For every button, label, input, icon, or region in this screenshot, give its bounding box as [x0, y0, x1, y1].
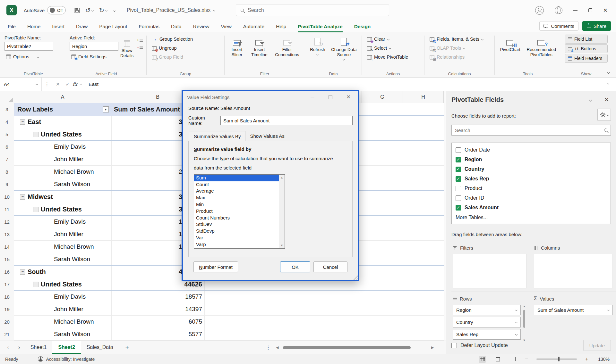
- page-layout-view-button[interactable]: [494, 356, 501, 363]
- tab-summarize-values-by[interactable]: Summarize Values By: [189, 131, 245, 141]
- tab-insert[interactable]: Insert: [52, 24, 64, 32]
- list-item-sum[interactable]: Sum: [194, 175, 279, 181]
- list-item-stddev[interactable]: StdDev: [194, 221, 279, 228]
- tab-review[interactable]: Review: [193, 24, 210, 32]
- tab-formulas[interactable]: Formulas: [139, 24, 159, 32]
- insert-function-icon[interactable]: fx: [73, 81, 77, 87]
- pivotchart-button[interactable]: PivotChart: [498, 35, 522, 71]
- comments-button[interactable]: Comments: [539, 21, 578, 31]
- collapse-field-button[interactable]: −: [137, 45, 143, 49]
- checkbox-icon[interactable]: [456, 186, 461, 191]
- collapse-button[interactable]: −: [20, 119, 25, 125]
- horizontal-scroll-thumb[interactable]: [283, 346, 411, 349]
- search-box[interactable]: [236, 4, 389, 16]
- redo-button[interactable]: ↻: [99, 7, 107, 14]
- select-button[interactable]: ↖ Select: [365, 44, 421, 53]
- formula-content[interactable]: East: [89, 81, 98, 87]
- clear-button[interactable]: ◆ Clear: [365, 35, 421, 44]
- autosave-control[interactable]: AutoSave Off: [24, 6, 66, 14]
- sheet-tabs-menu-icon[interactable]: ⋮: [266, 341, 271, 354]
- search-input[interactable]: [248, 7, 384, 13]
- field-region[interactable]: Region: [456, 155, 607, 164]
- table-row[interactable]: 18Emily Davis18577: [0, 291, 444, 303]
- collapse-button[interactable]: −: [33, 282, 38, 287]
- table-row[interactable]: 19John Miller14397: [0, 303, 444, 316]
- tab-view[interactable]: View: [221, 24, 232, 32]
- table-row[interactable]: 21Sarah Wilson5577: [0, 328, 444, 341]
- collapse-button[interactable]: −: [33, 132, 38, 137]
- insert-timeline-button[interactable]: Insert Timeline: [249, 35, 270, 71]
- tab-design[interactable]: Design: [354, 24, 371, 32]
- checkbox-checked-icon[interactable]: [456, 176, 461, 182]
- document-title[interactable]: Pivot_Table_Practice_US_Sales.xlsx: [127, 7, 215, 13]
- hscroll-left-icon[interactable]: ◀: [276, 341, 278, 354]
- cancel-button[interactable]: Cancel: [313, 261, 347, 272]
- values-area[interactable]: ΣValues Sum of Sales Amount: [530, 292, 616, 345]
- collapse-button[interactable]: −: [20, 194, 25, 200]
- rows-field-country[interactable]: Country: [453, 317, 521, 327]
- collapse-button[interactable]: −: [33, 207, 38, 212]
- confirm-entry-icon[interactable]: ✓: [66, 81, 70, 87]
- accessibility-status[interactable]: Accessibility: Investigate: [38, 356, 95, 362]
- formula-bar-expand-icon[interactable]: [607, 82, 609, 85]
- sheet-tab-sheet1[interactable]: Sheet1: [25, 341, 53, 354]
- row-labels-filter-button[interactable]: ▼: [103, 106, 109, 112]
- plus-minus-buttons-toggle[interactable]: ± +/- Buttons: [565, 44, 608, 53]
- globe-icon[interactable]: [555, 6, 562, 14]
- dialog-resize-grip[interactable]: [353, 275, 358, 280]
- list-item-count-numbers[interactable]: Count Numbers: [194, 215, 279, 221]
- zoom-level[interactable]: 130%: [597, 357, 610, 362]
- hscroll-right-icon[interactable]: ▶: [431, 341, 434, 354]
- columns-dropzone[interactable]: [534, 254, 613, 288]
- options-button[interactable]: Options: [4, 52, 62, 61]
- rows-field-region[interactable]: Region: [453, 305, 521, 315]
- fields-search-input[interactable]: [455, 128, 604, 133]
- page-break-view-button[interactable]: [509, 356, 517, 363]
- dialog-maximize-icon[interactable]: [329, 95, 332, 99]
- columns-area[interactable]: Columns: [530, 241, 616, 292]
- custom-name-input[interactable]: [220, 116, 353, 125]
- list-item-max[interactable]: Max: [194, 194, 279, 201]
- column-header-h[interactable]: H: [403, 91, 444, 103]
- field-order-date[interactable]: Order Date: [456, 145, 607, 155]
- formula-chevron-icon[interactable]: [80, 83, 82, 85]
- defer-layout-checkbox[interactable]: [451, 343, 457, 348]
- checkbox-checked-icon[interactable]: [456, 167, 461, 172]
- sheet-tab-sales-data[interactable]: Sales_Data: [81, 341, 119, 354]
- field-product[interactable]: Product: [456, 184, 607, 193]
- calculation-listbox[interactable]: Sum Count Average Max Min Product Count …: [194, 174, 285, 249]
- pane-chevron-icon[interactable]: [589, 98, 592, 102]
- checkbox-icon[interactable]: [456, 147, 461, 153]
- undo-chevron-icon[interactable]: [91, 9, 94, 11]
- table-row[interactable]: 20Michael Brown6075: [0, 316, 444, 328]
- rows-scroll-thumb[interactable]: [523, 310, 525, 328]
- account-avatar[interactable]: [535, 6, 544, 15]
- insert-slicer-button[interactable]: Insert Slicer: [228, 35, 246, 71]
- list-item-product[interactable]: Product: [194, 208, 279, 215]
- pivottable-name-input[interactable]: [4, 42, 53, 51]
- list-item-varp[interactable]: Varp: [194, 241, 279, 248]
- name-box[interactable]: A4: [0, 78, 42, 91]
- move-pivottable-button[interactable]: → Move PivotTable: [365, 53, 421, 62]
- tab-page-layout[interactable]: Page Layout: [99, 24, 127, 32]
- field-sales-rep[interactable]: Sales Rep: [456, 174, 607, 184]
- recommended-pivottables-button[interactable]: ? Recommended PivotTables: [526, 35, 557, 71]
- filters-dropzone[interactable]: [453, 254, 526, 288]
- tab-draw[interactable]: Draw: [76, 24, 88, 32]
- tab-automate[interactable]: Automate: [243, 24, 264, 32]
- close-button[interactable]: ✕: [603, 8, 608, 13]
- zoom-slider[interactable]: [536, 359, 577, 360]
- save-icon[interactable]: [74, 8, 80, 13]
- list-item-var[interactable]: Var: [194, 235, 279, 241]
- fields-search-box[interactable]: [451, 125, 611, 136]
- listbox-scroll-up-icon[interactable]: ▲: [279, 176, 285, 179]
- checkbox-checked-icon[interactable]: [456, 157, 461, 162]
- expand-field-button[interactable]: +: [137, 38, 143, 42]
- list-item-average[interactable]: Average: [194, 188, 279, 194]
- rows-scrollbar[interactable]: ▲ ▼: [522, 305, 526, 342]
- update-button[interactable]: Update: [583, 340, 611, 351]
- cancel-entry-icon[interactable]: ✕: [56, 81, 60, 87]
- share-button[interactable]: Share: [582, 21, 611, 31]
- group-selection-button[interactable]: → Group Selection: [150, 35, 221, 44]
- field-sales-amount[interactable]: Sales Amount: [456, 203, 607, 212]
